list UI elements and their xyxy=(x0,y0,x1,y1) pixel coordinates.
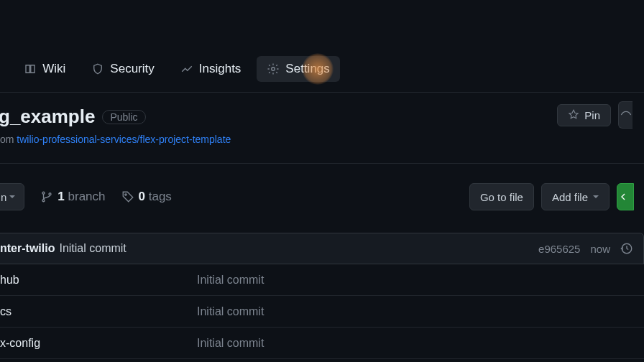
file-commit-message[interactable]: Initial commit xyxy=(197,305,264,318)
tab-insights[interactable]: Insights xyxy=(170,56,252,82)
branch-count-number: 1 xyxy=(58,190,64,203)
tag-count-number: 0 xyxy=(139,190,145,203)
chevron-down-icon xyxy=(9,195,15,198)
branch-row: n 1 branch 0 tags Go to file Add file xyxy=(0,181,644,213)
svg-point-3 xyxy=(49,193,51,195)
tag-icon xyxy=(121,190,134,203)
svg-point-4 xyxy=(124,194,126,195)
branch-selector[interactable]: n xyxy=(0,183,24,210)
tag-count[interactable]: 0 tags xyxy=(121,190,172,204)
code-button-partial[interactable] xyxy=(617,183,634,210)
branch-name-fragment: n xyxy=(1,191,6,203)
branch-count-label: branch xyxy=(68,190,106,203)
pin-button[interactable]: Pin xyxy=(557,104,611,126)
branch-count[interactable]: 1 branch xyxy=(40,190,105,204)
fork-source-link[interactable]: twilio-professional-services/flex-projec… xyxy=(17,134,231,145)
history-icon[interactable] xyxy=(620,242,633,255)
fork-info: om twilio-professional-services/flex-pro… xyxy=(0,134,644,145)
shield-icon xyxy=(91,62,104,75)
chevron-down-icon xyxy=(593,195,599,198)
repo-header: g_example Public om twilio-professional-… xyxy=(0,92,644,164)
tag-count-label: tags xyxy=(149,190,172,203)
svg-point-0 xyxy=(272,68,275,71)
git-branch-icon xyxy=(40,190,53,203)
tab-projects-partial[interactable]: ts xyxy=(0,56,8,82)
file-commit-message[interactable]: Initial commit xyxy=(197,274,264,287)
file-row[interactable]: cs Initial commit xyxy=(0,296,644,328)
file-name[interactable]: x-config xyxy=(0,337,197,350)
tab-wiki[interactable]: Wiki xyxy=(14,56,75,82)
code-icon xyxy=(620,191,632,203)
file-name[interactable]: cs xyxy=(0,305,197,318)
tab-label: Security xyxy=(110,62,154,76)
svg-point-1 xyxy=(42,192,45,194)
graph-icon xyxy=(180,62,193,75)
tab-label: Insights xyxy=(199,62,242,76)
svg-point-2 xyxy=(42,200,45,202)
file-row[interactable]: hub Initial commit xyxy=(0,264,644,296)
gear-icon xyxy=(267,62,280,75)
commit-time[interactable]: now xyxy=(590,243,610,255)
add-file-button[interactable]: Add file xyxy=(541,183,610,210)
eye-icon xyxy=(620,109,632,121)
tab-label: Settings xyxy=(285,62,329,76)
fork-prefix: om xyxy=(0,134,17,145)
commit-sha[interactable]: e965625 xyxy=(538,243,580,255)
book-icon xyxy=(24,62,37,75)
commit-message[interactable]: Initial commit xyxy=(59,242,126,255)
add-file-label: Add file xyxy=(552,191,588,203)
go-to-file-button[interactable]: Go to file xyxy=(469,183,534,210)
latest-commit-bar[interactable]: nter-twilio Initial commit e965625 now xyxy=(0,233,644,264)
file-commit-message[interactable]: Initial commit xyxy=(197,337,264,350)
file-name[interactable]: hub xyxy=(0,274,197,287)
tab-settings[interactable]: Settings xyxy=(257,56,339,82)
repo-nav-tabs: ts Wiki Security Insights Settings xyxy=(0,52,644,86)
file-row[interactable]: x-config Initial commit xyxy=(0,328,644,359)
commit-author[interactable]: nter-twilio xyxy=(0,242,55,255)
file-list: hub Initial commit cs Initial commit x-c… xyxy=(0,264,644,359)
pin-label: Pin xyxy=(584,109,600,121)
visibility-badge: Public xyxy=(102,110,145,124)
repo-name[interactable]: g_example xyxy=(0,106,95,128)
tab-label: Wiki xyxy=(42,62,65,76)
watch-button-partial[interactable] xyxy=(618,101,632,129)
pin-icon xyxy=(568,109,579,121)
tab-security[interactable]: Security xyxy=(81,56,164,82)
go-to-file-label: Go to file xyxy=(480,191,523,203)
